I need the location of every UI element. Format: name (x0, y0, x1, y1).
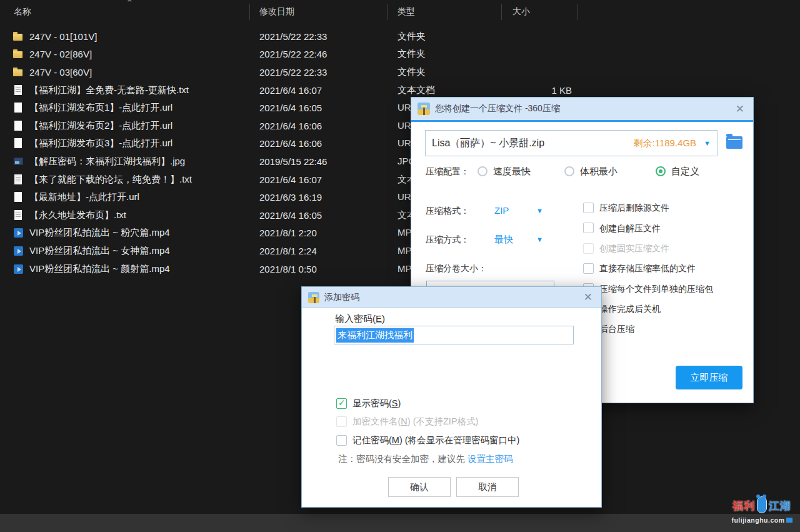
password-input[interactable]: 来福利江湖找福利 (334, 326, 574, 344)
close-icon[interactable]: ✕ (733, 103, 747, 116)
password-option-checkbox[interactable] (336, 398, 347, 409)
file-name-cell: 247V - 03[60V] (0, 67, 250, 78)
file-name-cell: VIP粉丝团私拍流出 ~ 颜射篇.mp4 (0, 263, 250, 275)
method-select[interactable]: 最快 (494, 233, 513, 246)
file-name: 247V - 03[60V] (29, 67, 92, 78)
password-label: 输入密码(E) (335, 313, 385, 325)
file-name: 【福利江湖发布页3】-点此打开.url (29, 138, 172, 149)
file-date: 2019/5/15 22:46 (250, 156, 388, 167)
file-row[interactable]: 247V - 03[60V]2021/5/22 22:33文件夹 (0, 63, 800, 81)
desktop: ⌃ 名称 修改日期 类型 大小 247V - 01[101V]2021/5/22… (0, 0, 800, 532)
zip-option-checkbox[interactable] (583, 223, 594, 233)
watermark-text-right: 江湖 (769, 499, 791, 513)
column-divider[interactable] (578, 4, 578, 20)
file-date: 2021/6/4 16:07 (250, 174, 388, 185)
file-date: 2021/6/4 16:05 (250, 103, 388, 113)
watermark-logo: 福利 江湖 (727, 495, 797, 516)
file-type: 文本文档 (388, 84, 502, 96)
text-file-icon (13, 174, 24, 185)
zip-option-label: 后台压缩 (599, 323, 634, 335)
site-watermark: 福利 江湖 fulijianghu.com (727, 495, 797, 524)
file-name: 【最新地址】-点此打开.url (29, 191, 139, 203)
file-date: 2021/5/22 22:46 (250, 49, 388, 59)
format-select[interactable]: ZIP (494, 204, 509, 217)
column-header-type[interactable]: 类型 (388, 0, 502, 24)
cancel-button[interactable]: 取消 (456, 477, 519, 497)
volume-label: 压缩分卷大小： (426, 262, 487, 274)
file-name-cell: 【福利江湖发布页1】-点此打开.url (0, 102, 250, 114)
file-type: 文件夹 (388, 31, 502, 43)
file-size: 1 KB (502, 85, 578, 96)
column-header-row: ⌃ 名称 修改日期 类型 大小 (0, 0, 800, 24)
watermark-domain: fulijianghu.com (727, 516, 797, 524)
url-file-icon (13, 192, 24, 203)
password-selected-text: 来福利江湖找福利 (336, 328, 414, 343)
password-note: 注：密码没有安全加密，建议先 设置主密码 (338, 453, 513, 465)
zip-dialog-titlebar: 您将创建一个压缩文件 -360压缩 ✕ (411, 98, 753, 122)
url-file-icon (13, 121, 24, 131)
file-date: 2021/6/3 16:19 (250, 192, 388, 203)
file-name-cell: 【解压密码：来福利江湖找福利】.jpg (0, 156, 250, 168)
file-date: 2021/6/4 16:06 (250, 121, 388, 131)
format-label: 压缩格式： (426, 204, 469, 217)
file-date: 2021/6/4 16:06 (250, 138, 388, 149)
file-date: 2021/8/1 2:24 (250, 246, 388, 256)
radio-label: 自定义 (671, 165, 699, 178)
zip-option-label: 直接存储压缩率低的文件 (599, 262, 696, 274)
column-header-size[interactable]: 大小 (502, 0, 578, 24)
free-space-label: 剩余:1189.4GB (634, 138, 697, 149)
radio-1[interactable] (478, 166, 488, 176)
sort-ascending-icon: ⌃ (126, 0, 134, 9)
file-row[interactable]: 247V - 02[86V]2021/5/22 22:46文件夹 (0, 46, 800, 64)
360zip-app-icon (308, 292, 319, 303)
file-date: 2021/5/22 22:33 (250, 67, 388, 78)
file-name: 【解压密码：来福利江湖找福利】.jpg (29, 156, 185, 168)
file-type: 文件夹 (388, 48, 502, 60)
radio-label: 速度最快 (493, 165, 531, 178)
radio-3[interactable] (656, 166, 666, 176)
file-date: 2021/8/1 0:50 (250, 264, 388, 274)
zip-dialog-title: 您将创建一个压缩文件 -360压缩 (435, 103, 560, 114)
password-option-checkbox[interactable] (336, 435, 347, 446)
file-row[interactable]: 247V - 01[101V]2021/5/22 22:33文件夹 (0, 28, 800, 46)
video-file-icon (13, 246, 24, 256)
column-divider[interactable] (501, 4, 502, 20)
password-option-label: 记住密码(M) (将会显示在管理密码窗口中) (352, 434, 519, 446)
browse-folder-icon[interactable] (726, 136, 742, 149)
column-header-name[interactable]: 名称 (0, 0, 250, 24)
config-label: 压缩配置： (426, 165, 469, 178)
confirm-button[interactable]: 确认 (388, 477, 451, 497)
column-divider[interactable] (388, 4, 388, 20)
archive-name-input[interactable]: Lisa（丽萨）~ 小景甜.zip 剩余:1189.4GB ▼ (425, 130, 718, 156)
zip-option-label: 创建固实压缩文件 (599, 242, 669, 254)
chevron-down-icon[interactable]: ▼ (536, 204, 543, 217)
column-divider[interactable] (249, 4, 250, 20)
compress-now-button[interactable]: 立即压缩 (676, 366, 742, 389)
chevron-down-icon[interactable]: ▼ (704, 139, 711, 147)
set-master-password-link[interactable]: 设置主密码 (468, 454, 513, 464)
file-date: 2021/6/4 16:05 (250, 210, 388, 221)
radio-2[interactable] (564, 166, 574, 176)
zip-option-checkbox[interactable] (583, 263, 594, 274)
column-header-date[interactable]: 修改日期 (250, 0, 388, 24)
watermark-tag-icon (786, 518, 792, 523)
file-date: 2021/8/1 2:20 (250, 228, 388, 238)
url-file-icon (13, 103, 24, 113)
zip-option-label: 创建自解压文件 (599, 222, 661, 234)
zip-option-checkbox (583, 243, 594, 254)
archive-name-value[interactable]: Lisa（丽萨）~ 小景甜.zip (432, 137, 634, 150)
file-type: 文件夹 (388, 66, 502, 78)
zip-option-checkbox[interactable] (583, 203, 594, 213)
status-bar (0, 514, 800, 532)
chevron-down-icon[interactable]: ▼ (536, 233, 543, 246)
password-option-label: 加密文件名(N) (不支持ZIP格式) (352, 415, 478, 428)
watermark-text-left: 福利 (732, 499, 755, 513)
file-name: VIP粉丝团私拍流出 ~ 女神篇.mp4 (29, 245, 170, 257)
close-icon[interactable]: ✕ (581, 291, 595, 304)
file-name-cell: 【永久地址发布页】.txt (0, 209, 250, 221)
radio-label: 体积最小 (580, 165, 618, 178)
mouse-mascot-icon (757, 496, 767, 513)
file-name: 【福利江湖】全免费-无套路-更新快.txt (29, 84, 189, 96)
file-name: VIP粉丝团私拍流出 ~ 颜射篇.mp4 (29, 263, 170, 275)
zip-option-label: 压缩每个文件到单独的压缩包 (599, 283, 713, 295)
